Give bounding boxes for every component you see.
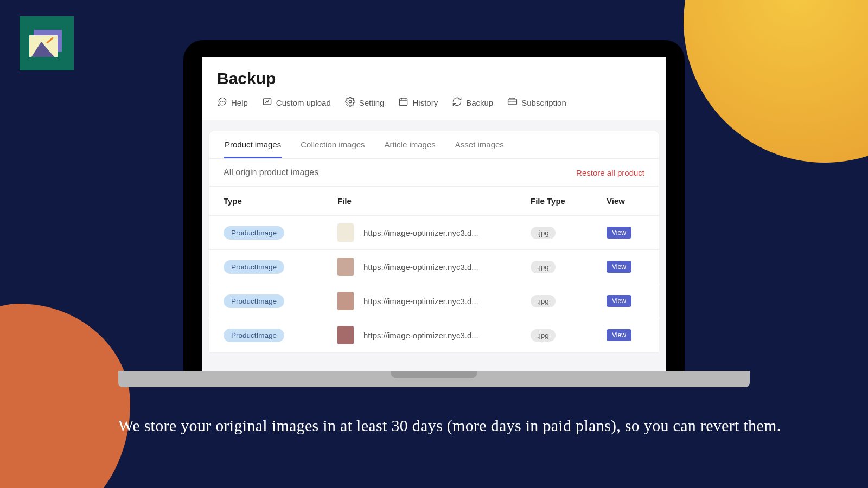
col-header-view: View (607, 196, 644, 206)
refresh-icon (452, 97, 462, 108)
svg-point-1 (222, 101, 222, 102)
thumbnail-icon (337, 292, 354, 310)
svg-point-2 (224, 101, 224, 102)
thumbnail-icon (337, 326, 354, 344)
svg-point-0 (221, 101, 221, 102)
table-header-row: Type File File Type View (209, 187, 659, 215)
filetype-badge: .jpg (531, 227, 556, 239)
card-icon (507, 97, 518, 108)
gear-icon (345, 97, 355, 108)
toolbar-label: Setting (359, 98, 385, 107)
svg-rect-5 (400, 99, 407, 106)
table-row: ProductImage https://image-optimizer.nyc… (209, 215, 659, 249)
app-logo (20, 16, 74, 70)
decor-blob-yellow (684, 0, 868, 163)
col-header-type: Type (224, 196, 337, 206)
table-row: ProductImage https://image-optimizer.nyc… (209, 318, 659, 352)
table-caption: All origin product images (224, 168, 318, 177)
laptop-mockup: Backup Help Custom upload Setting (183, 40, 685, 387)
toolbar-history[interactable]: History (398, 97, 438, 108)
upload-icon (262, 97, 272, 108)
view-button[interactable]: View (607, 329, 631, 341)
type-badge: ProductImage (224, 329, 284, 342)
toolbar-label: Help (231, 98, 248, 107)
toolbar-custom-upload[interactable]: Custom upload (262, 97, 331, 108)
tab-product-images[interactable]: Product images (224, 131, 282, 158)
toolbar-subscription[interactable]: Subscription (507, 97, 566, 108)
page-title: Backup (217, 69, 651, 88)
tab-asset-images[interactable]: Asset images (454, 131, 505, 158)
file-url: https://image-optimizer.nyc3.d... (363, 331, 478, 340)
calendar-icon (398, 97, 409, 108)
file-url: https://image-optimizer.nyc3.d... (363, 262, 478, 272)
tabs: Product images Collection images Article… (209, 131, 659, 159)
col-header-filetype: File Type (531, 196, 607, 206)
chat-icon (217, 97, 227, 108)
toolbar: Help Custom upload Setting History (217, 97, 651, 115)
tab-article-images[interactable]: Article images (384, 131, 437, 158)
toolbar-help[interactable]: Help (217, 97, 248, 108)
toolbar-label: History (412, 98, 438, 107)
filetype-badge: .jpg (531, 329, 556, 342)
filetype-badge: .jpg (531, 261, 556, 273)
view-button[interactable]: View (607, 261, 631, 273)
toolbar-backup[interactable]: Backup (452, 97, 493, 108)
svg-rect-6 (508, 99, 517, 105)
decor-blob-orange (0, 304, 130, 488)
laptop-base (118, 371, 750, 387)
type-badge: ProductImage (224, 294, 284, 308)
thumbnail-icon (337, 258, 354, 276)
toolbar-setting[interactable]: Setting (345, 97, 385, 108)
tab-collection-images[interactable]: Collection images (299, 131, 366, 158)
file-url: https://image-optimizer.nyc3.d... (363, 228, 478, 237)
toolbar-label: Custom upload (276, 98, 331, 107)
toolbar-label: Subscription (521, 98, 566, 107)
view-button[interactable]: View (607, 227, 631, 239)
table-row: ProductImage https://image-optimizer.nyc… (209, 284, 659, 318)
table-row: ProductImage https://image-optimizer.nyc… (209, 249, 659, 284)
type-badge: ProductImage (224, 260, 284, 274)
svg-point-4 (349, 100, 352, 103)
filetype-badge: .jpg (531, 295, 556, 307)
marketing-caption: We store your original images in at leas… (118, 414, 781, 437)
view-button[interactable]: View (607, 295, 631, 307)
app-window: Backup Help Custom upload Setting (202, 57, 666, 371)
file-url: https://image-optimizer.nyc3.d... (363, 297, 478, 306)
col-header-file: File (337, 196, 531, 206)
restore-all-link[interactable]: Restore all product (576, 168, 644, 177)
thumbnail-icon (337, 223, 354, 242)
type-badge: ProductImage (224, 226, 284, 240)
toolbar-label: Backup (466, 98, 493, 107)
